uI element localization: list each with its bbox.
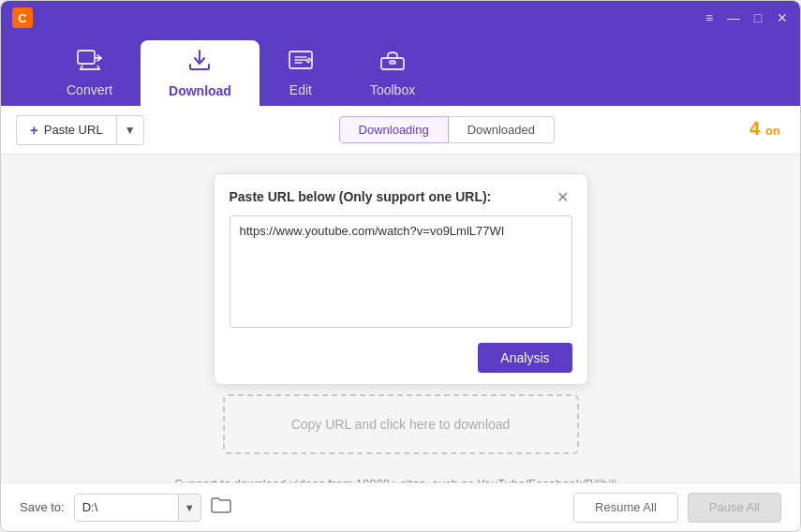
tab-convert[interactable]: Convert [38, 40, 141, 106]
svg-text:4: 4 [749, 118, 761, 139]
tab-edit[interactable]: Edit [260, 40, 342, 106]
drop-zone-text: Copy URL and click here to download [291, 417, 511, 432]
minimize-button[interactable]: — [727, 11, 740, 24]
pause-all-button[interactable]: Pause All [688, 493, 781, 523]
info-section: Support to download videos from 10000+ s… [174, 477, 627, 482]
menu-button[interactable]: ≡ [703, 11, 716, 24]
dialog-header: Paste URL below (Only support one URL): … [215, 174, 587, 215]
toolbar-right: 4 on [749, 114, 785, 146]
analysis-button[interactable]: Analysis [478, 343, 571, 373]
title-bar-left: C [12, 7, 33, 28]
tab-download[interactable]: Download [141, 40, 260, 106]
convert-icon [77, 49, 103, 77]
bottom-bar: Save to: ▼ Resume All Pause All [1, 482, 800, 531]
close-button[interactable]: ✕ [776, 11, 789, 24]
title-bar-controls: ≡ — □ ✕ [703, 11, 789, 24]
toolbar: + Paste URL ▼ Downloading Downloaded 4 o… [1, 106, 800, 155]
save-path-select[interactable]: ▼ [74, 494, 201, 522]
tab-downloaded[interactable]: Downloaded [449, 116, 555, 143]
tab-downloading[interactable]: Downloading [339, 116, 449, 143]
nav-tabs: Convert Download Edit [1, 35, 800, 106]
paste-url-button[interactable]: + Paste URL [16, 115, 116, 145]
tab-toolbox[interactable]: Toolbox [342, 40, 443, 106]
chevron-down-icon: ▼ [185, 502, 195, 513]
app-logo: C [12, 7, 33, 28]
dialog-footer: Analysis [215, 332, 587, 384]
main-content: Paste URL below (Only support one URL): … [1, 155, 800, 482]
paste-url-dropdown[interactable]: ▼ [116, 115, 144, 145]
tab-download-label: Download [169, 83, 231, 98]
tab-edit-label: Edit [289, 82, 312, 97]
sub-tabs: Downloading Downloaded [339, 116, 555, 143]
speed-icon: 4 on [749, 114, 785, 146]
folder-icon[interactable] [211, 496, 231, 518]
url-input[interactable] [230, 215, 572, 328]
toolbox-icon [379, 49, 406, 77]
dialog-close-button[interactable]: ✕ [554, 187, 572, 206]
save-to-group: Save to: ▼ [20, 494, 231, 522]
maximize-button[interactable]: □ [751, 11, 764, 24]
drop-zone[interactable]: Copy URL and click here to download [223, 394, 579, 454]
tab-toolbox-label: Toolbox [370, 82, 415, 97]
chevron-down-icon: ▼ [125, 124, 136, 137]
bottom-buttons: Resume All Pause All [573, 493, 781, 523]
save-path-dropdown[interactable]: ▼ [178, 495, 200, 521]
svg-rect-3 [390, 61, 395, 64]
resume-all-button[interactable]: Resume All [573, 493, 678, 523]
edit-icon [288, 49, 314, 77]
paste-url-label: Paste URL [44, 123, 103, 137]
tab-convert-label: Convert [67, 82, 112, 97]
title-bar: C ≡ — □ ✕ [1, 1, 800, 35]
url-dialog: Paste URL below (Only support one URL): … [214, 173, 588, 385]
plus-icon: + [30, 122, 38, 138]
dialog-title: Paste URL below (Only support one URL): [230, 189, 492, 204]
svg-rect-0 [78, 51, 95, 64]
toolbar-left: + Paste URL ▼ [16, 115, 144, 145]
support-text: Support to download videos from 10000+ s… [174, 477, 627, 482]
save-path-input[interactable] [75, 495, 178, 521]
svg-text:on: on [765, 124, 780, 138]
download-icon [186, 48, 213, 78]
save-to-label: Save to: [20, 500, 65, 514]
